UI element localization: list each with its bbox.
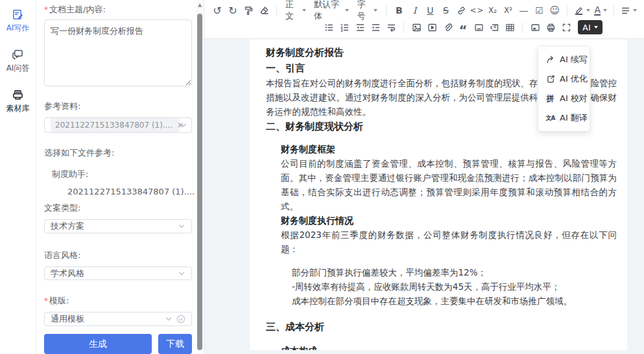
strikethrough-icon[interactable]: S xyxy=(438,3,453,18)
subscript-icon[interactable]: X₂ xyxy=(484,3,500,18)
reference-tag: 2021122715133847807 (1).... × xyxy=(51,118,180,132)
toolbar-row-2: “ AI xyxy=(209,19,639,36)
embed-window-icon[interactable] xyxy=(527,20,543,34)
topic-label: * 文档主题/内容: xyxy=(44,4,192,16)
toolbar-divider xyxy=(567,5,567,16)
menu-item-ai-proofread[interactable]: 拼 AI 校对 xyxy=(538,89,590,108)
underline-icon[interactable]: U xyxy=(422,3,438,18)
ai-writing-icon xyxy=(12,8,25,21)
toolbar-divider xyxy=(522,22,523,33)
ai-tools-button[interactable]: AI xyxy=(578,20,602,34)
emoji-icon[interactable]: ☺ xyxy=(547,3,562,18)
file-reference-label: 选择如下文件参考: xyxy=(44,147,192,159)
copy-type-select[interactable]: 技术方案 xyxy=(44,219,192,233)
generate-button[interactable]: 生成 xyxy=(44,334,152,354)
panel-scrollbar: ▲ xyxy=(196,0,204,354)
font-color-picker[interactable]: A xyxy=(592,3,609,18)
superscript-icon[interactable]: X² xyxy=(500,3,516,18)
check-circle-icon xyxy=(176,314,185,324)
ordered-list-icon[interactable] xyxy=(337,20,352,34)
copy-type-label: 文案类型: xyxy=(44,202,192,214)
toolbar-divider xyxy=(276,5,277,16)
print-icon[interactable] xyxy=(543,20,558,34)
font-size-select[interactable]: 字号 xyxy=(353,3,381,18)
clear-format-eraser-icon[interactable] xyxy=(256,3,272,18)
outdent-icon[interactable] xyxy=(352,20,368,34)
doc-paragraph-framework: 公司目前的制度涵盖了资金管理、成本控制、预算管理、核算与报告、风险管理等方面。其… xyxy=(281,156,617,213)
bold-icon[interactable]: B xyxy=(391,3,407,18)
ai-optimize-icon xyxy=(545,75,555,84)
code-block-icon[interactable] xyxy=(486,20,502,34)
assistant-label: 制度助手: xyxy=(52,169,192,180)
language-style-label: 语言风格: xyxy=(44,250,192,261)
text-align-picker[interactable] xyxy=(619,3,639,18)
doc-issue-item: -周转效率有待提高，应收账款周转天数为45天，高于行业平均水平； xyxy=(292,279,617,294)
toolbar-row-1: ↺ ↻ 正文 默认字体 字号 B I U S xyxy=(209,2,639,19)
reference-select[interactable]: 2021122715133847807 (1).... × xyxy=(44,117,192,133)
topic-textarea[interactable]: 写一份财务制度分析报告 xyxy=(44,19,192,86)
sidebar-item-material-library[interactable]: 素材库 xyxy=(6,88,30,114)
italic-icon[interactable]: I xyxy=(407,3,422,18)
align-left-icon xyxy=(621,6,630,16)
chevron-down-icon xyxy=(178,222,185,230)
text-wrap-icon[interactable] xyxy=(383,20,399,34)
format-painter-icon[interactable] xyxy=(241,3,256,18)
caret-down-icon xyxy=(633,9,637,12)
required-asterisk: * xyxy=(44,295,48,307)
caret-down-icon xyxy=(594,26,598,29)
menu-item-ai-translate[interactable]: 文A AI 翻译 xyxy=(538,108,590,128)
toolbar-divider xyxy=(403,22,404,33)
insert-table-icon[interactable] xyxy=(502,20,518,34)
doc-subheading-cost-structure: 成本构成 xyxy=(281,344,617,350)
chevron-down-icon xyxy=(165,315,173,323)
template-label: * 模版: xyxy=(44,295,192,307)
undo-icon[interactable]: ↺ xyxy=(209,3,225,18)
ai-qa-icon xyxy=(12,48,25,61)
ai-tools-menu: AI 续写 AI 优化 拼 AI 校对 文A AI 翻译 xyxy=(538,46,590,132)
scrollbar-thumb[interactable] xyxy=(197,14,202,350)
blockquote-icon[interactable]: “ xyxy=(455,20,471,34)
link-icon[interactable] xyxy=(453,3,469,18)
doc-issue-item: 成本控制在部分项目中存在超支现象，主要集中在研发和市场推广领域。 xyxy=(292,294,617,308)
insert-image-icon[interactable] xyxy=(409,20,424,34)
font-family-select[interactable]: 默认字体 xyxy=(310,3,353,18)
indent-icon[interactable] xyxy=(368,20,383,34)
template-select[interactable]: 通用模板 xyxy=(44,312,192,326)
chevron-down-icon xyxy=(180,121,187,129)
horizontal-rule-icon[interactable]: — xyxy=(516,3,531,18)
editor-toolbar: ↺ ↻ 正文 默认字体 字号 B I U S xyxy=(204,0,644,39)
doc-heading-cost-analysis: 三、成本分析 xyxy=(266,320,617,335)
insert-video-icon[interactable] xyxy=(424,20,440,34)
highlight-color-picker[interactable] xyxy=(572,3,592,18)
bullet-list-icon[interactable] xyxy=(321,20,337,34)
reference-file-name: 2021122715133847807 (1).... xyxy=(67,187,195,196)
ai-translate-icon: 文A xyxy=(545,113,555,123)
sidebar-item-ai-qa[interactable]: AI问答 xyxy=(6,48,30,74)
required-asterisk: * xyxy=(44,4,48,16)
redo-icon[interactable]: ↻ xyxy=(225,3,241,18)
language-style-select[interactable]: 学术风格 xyxy=(44,266,192,281)
editor-area: ↺ ↻ 正文 默认字体 字号 B I U S xyxy=(204,0,644,354)
inline-code-icon[interactable]: <> xyxy=(469,3,484,18)
attachment-icon[interactable] xyxy=(440,20,455,34)
caret-down-icon xyxy=(586,9,590,12)
divider-block-icon[interactable] xyxy=(471,20,486,34)
sidebar-item-label: 素材库 xyxy=(6,103,30,114)
toolbar-divider xyxy=(614,5,614,16)
ai-writing-form-panel: * 文档主题/内容: 写一份财务制度分析报告 参考资料: 20211227151… xyxy=(36,0,196,354)
scrollbar-up-arrow[interactable]: ▲ xyxy=(198,2,202,8)
highlight-pen-icon xyxy=(574,6,584,16)
task-checkbox-icon[interactable]: ☑ xyxy=(531,3,547,18)
menu-item-ai-optimize[interactable]: AI 优化 xyxy=(538,69,590,89)
toolbar-divider xyxy=(386,5,387,16)
ai-continue-icon xyxy=(545,55,555,65)
font-color-icon: A xyxy=(594,5,601,16)
doc-subheading-execution: 财务制度执行情况 xyxy=(281,213,617,228)
caret-down-icon xyxy=(374,9,377,12)
fullscreen-icon[interactable] xyxy=(558,20,574,34)
paragraph-style-select[interactable]: 正文 xyxy=(281,3,310,18)
download-button[interactable]: 下载 xyxy=(158,334,192,354)
ai-proofread-icon: 拼 xyxy=(545,94,555,104)
sidebar-item-ai-writing[interactable]: AI写作 xyxy=(6,8,30,34)
menu-item-ai-continue[interactable]: AI 续写 xyxy=(538,50,590,69)
